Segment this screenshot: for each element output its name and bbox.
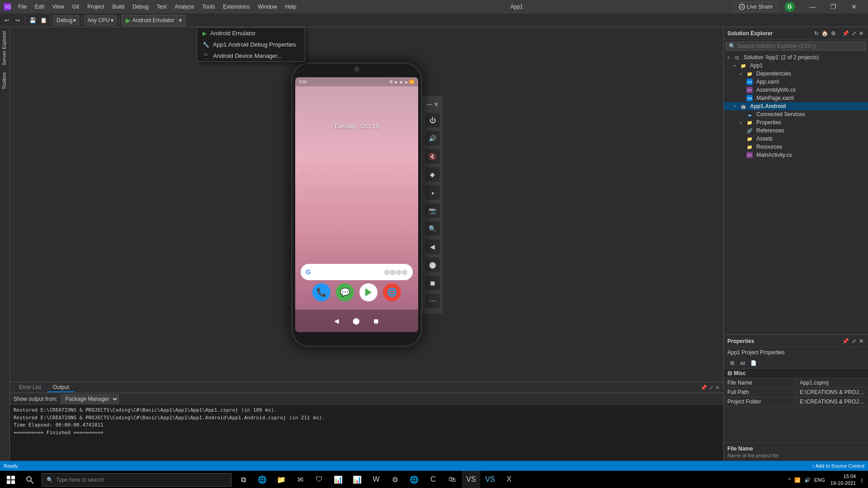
tree-item-2[interactable]: ▸📁Dependencies bbox=[724, 70, 868, 78]
error-list-tab[interactable]: Error List bbox=[14, 383, 47, 392]
se-properties-btn[interactable]: ⚙ bbox=[830, 29, 837, 38]
taskbar-excel-icon[interactable]: 📊 bbox=[329, 471, 347, 488]
redo-button[interactable]: ↪ bbox=[13, 15, 23, 25]
phone-icon[interactable]: 📞 bbox=[312, 283, 330, 301]
taskbar-vscode-icon[interactable]: VS bbox=[481, 471, 499, 488]
dropdown-item-android-emulator[interactable]: ▶ Android Emulator bbox=[197, 28, 305, 39]
emulator-vol-down-btn[interactable]: 🔇 bbox=[425, 149, 440, 164]
taskbar-show-hidden-icons[interactable]: ^ bbox=[788, 477, 791, 483]
props-pin-btn[interactable]: 📌 bbox=[841, 337, 850, 345]
output-pin-btn[interactable]: 📌 bbox=[700, 385, 707, 391]
taskbar-lang-label[interactable]: ENG bbox=[814, 477, 825, 483]
se-close-btn[interactable]: ✕ bbox=[858, 29, 864, 38]
emulator-camera-btn[interactable]: 📷 bbox=[425, 203, 440, 218]
tree-item-9[interactable]: 🔗References bbox=[724, 127, 868, 135]
run-dropdown-arrow[interactable]: ▾ bbox=[177, 17, 182, 23]
taskbar-mail-icon[interactable]: ✉ bbox=[291, 471, 309, 488]
taskbar-search-box[interactable]: 🔍 Type here to search bbox=[42, 473, 231, 487]
props-categorized-btn[interactable]: ⊞ bbox=[727, 358, 736, 367]
output-close-btn[interactable]: ✕ bbox=[715, 385, 720, 391]
emulator-rotate-btn[interactable]: ◆ bbox=[425, 167, 440, 182]
taskbar-settings-icon[interactable]: ⚙ bbox=[386, 471, 404, 488]
taskbar-chrome2-icon[interactable]: C bbox=[424, 471, 442, 488]
menu-item-window[interactable]: Window bbox=[254, 3, 281, 11]
tree-item-3[interactable]: XMApp.xaml bbox=[724, 78, 868, 86]
emulator-square-btn[interactable]: ◼ bbox=[425, 276, 440, 290]
output-tab[interactable]: Output bbox=[47, 383, 75, 392]
menu-item-analyze[interactable]: Analyze bbox=[171, 3, 198, 11]
search-taskbar-button[interactable] bbox=[21, 471, 39, 488]
taskbar-volume-icon[interactable]: 🔊 bbox=[804, 477, 811, 483]
props-section-0[interactable]: ⊟Misc bbox=[724, 369, 868, 378]
menu-item-tools[interactable]: Tools bbox=[198, 3, 218, 11]
menu-item-project[interactable]: Project bbox=[84, 3, 108, 11]
play-icon[interactable] bbox=[359, 283, 377, 301]
system-clock[interactable]: 15:04 19-10-2021 bbox=[829, 473, 858, 487]
dropdown-item-device-manager[interactable]: 📱 Android Device Manager... bbox=[197, 50, 305, 61]
tree-item-12[interactable]: C#MainActivity.cs bbox=[724, 151, 868, 159]
maximize-button[interactable]: ❐ bbox=[823, 0, 844, 14]
tree-item-10[interactable]: 📁Assets bbox=[724, 135, 868, 143]
output-source-select[interactable]: Package Manager bbox=[61, 394, 119, 404]
se-sync-btn[interactable]: ↻ bbox=[813, 29, 820, 38]
emulator-vol-up-btn[interactable]: 🔊 bbox=[425, 131, 440, 145]
task-view-button[interactable]: ⧉ bbox=[234, 471, 252, 488]
tree-item-7[interactable]: ☁Connected Services bbox=[724, 110, 868, 118]
close-button[interactable]: ✕ bbox=[844, 0, 864, 14]
taskbar-store-icon[interactable]: 🛍 bbox=[443, 471, 461, 488]
props-pages-btn[interactable]: 📄 bbox=[749, 358, 758, 367]
menu-item-git[interactable]: Git bbox=[69, 3, 83, 11]
menu-item-test[interactable]: Test bbox=[153, 3, 170, 11]
taskbar-vs-icon[interactable]: VS bbox=[462, 471, 480, 488]
tree-item-0[interactable]: ▾⊡Solution 'App1' (2 of 2 projects) bbox=[724, 53, 868, 61]
menu-item-file[interactable]: File bbox=[14, 3, 30, 11]
recents-button[interactable]: ◼ bbox=[373, 317, 379, 324]
menu-item-edit[interactable]: Edit bbox=[31, 3, 48, 11]
se-pin-btn[interactable]: 📌 bbox=[841, 29, 850, 38]
back-button[interactable]: ◀ bbox=[334, 317, 339, 324]
taskbar-mcafee-icon[interactable]: 🛡 bbox=[310, 471, 328, 488]
emulator-close[interactable]: ✕ bbox=[434, 101, 439, 108]
se-search-box[interactable]: 🔍 bbox=[726, 42, 866, 51]
menu-item-help[interactable]: Help bbox=[282, 3, 300, 11]
tree-item-1[interactable]: ▾📁App1 bbox=[724, 61, 868, 70]
tree-item-6[interactable]: ▾🤖App1.Android bbox=[724, 102, 868, 110]
props-alpha-btn[interactable]: az bbox=[738, 358, 747, 367]
taskbar-powerpoint-icon[interactable]: 📊 bbox=[348, 471, 366, 488]
output-float-btn[interactable]: ⤢ bbox=[709, 385, 713, 391]
taskbar-edge-icon[interactable]: 🌐 bbox=[253, 471, 271, 488]
menu-item-extensions[interactable]: Extensions bbox=[219, 3, 253, 11]
menu-item-build[interactable]: Build bbox=[109, 3, 128, 11]
sidebar-toolbox[interactable]: Toolbox bbox=[0, 69, 9, 93]
tree-item-11[interactable]: 📁Resources bbox=[724, 143, 868, 151]
dropdown-item-debug-properties[interactable]: 🔧 App1.Android Debug Properties bbox=[197, 39, 305, 50]
taskbar-word-icon[interactable]: W bbox=[367, 471, 385, 488]
live-share-button[interactable]: Live Share bbox=[734, 2, 778, 11]
tree-item-5[interactable]: XMMainPage.xaml bbox=[724, 94, 868, 102]
chrome-icon[interactable]: 🌐 bbox=[383, 283, 401, 301]
tree-item-4[interactable]: C#AssemblyInfo.cs bbox=[724, 86, 868, 94]
sidebar-server-explorer[interactable]: Server Explorer bbox=[0, 27, 9, 69]
messages-icon[interactable]: 💬 bbox=[336, 283, 354, 301]
save-button[interactable]: 💾 bbox=[28, 15, 38, 25]
save-all-button[interactable]: 📋 bbox=[38, 15, 48, 25]
se-float-btn[interactable]: ⤢ bbox=[851, 29, 857, 38]
google-search-bar[interactable]: G ⬤⬤⬤⬤ bbox=[301, 264, 413, 280]
tree-item-8[interactable]: ▸📁Properties bbox=[724, 118, 868, 127]
debug-dropdown[interactable]: Debug ▾ bbox=[53, 15, 79, 25]
se-search-input[interactable] bbox=[737, 43, 828, 49]
taskbar-xamarin-icon[interactable]: X bbox=[500, 471, 518, 488]
taskbar-chrome-icon[interactable]: 🌐 bbox=[405, 471, 423, 488]
home-button[interactable]: ⬤ bbox=[353, 317, 360, 324]
emulator-zoom-btn[interactable]: 🔍 bbox=[425, 221, 440, 236]
platform-dropdown[interactable]: Any CPU ▾ bbox=[84, 15, 116, 25]
show-desktop-btn[interactable]: | bbox=[861, 477, 863, 483]
menu-item-view[interactable]: View bbox=[49, 3, 68, 11]
emulator-shake-btn[interactable]: ⬧ bbox=[425, 185, 440, 200]
taskbar-network-icon[interactable]: 📶 bbox=[794, 477, 801, 483]
menu-item-debug[interactable]: Debug bbox=[129, 3, 152, 11]
props-close-btn[interactable]: ✕ bbox=[858, 337, 864, 345]
emulator-power-btn[interactable]: ⏻ bbox=[425, 113, 440, 127]
taskbar-files-icon[interactable]: 📁 bbox=[272, 471, 290, 488]
run-button[interactable]: ▶ Android Emulator ▾ bbox=[122, 15, 186, 26]
